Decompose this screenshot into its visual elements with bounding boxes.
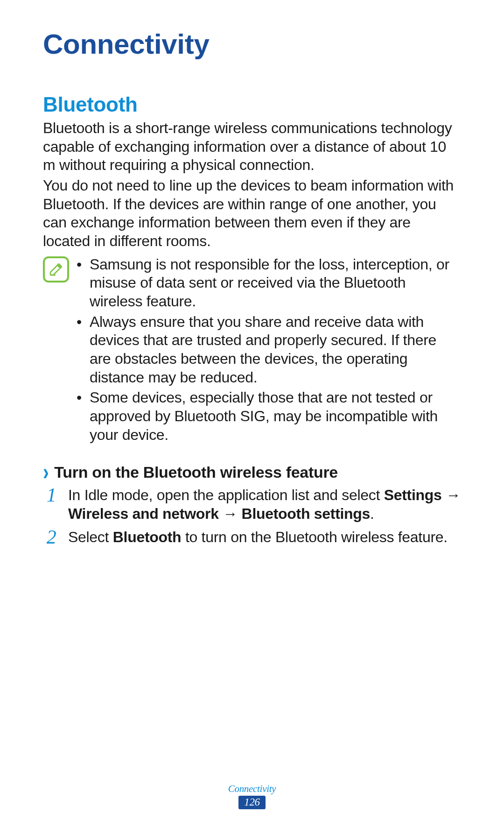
- subsection-heading-row: › Turn on the Bluetooth wireless feature: [43, 463, 461, 481]
- step-2-body: Select Bluetooth to turn on the Bluetoot…: [68, 528, 461, 547]
- chevron-right-icon: ›: [43, 460, 49, 483]
- note-item-3: Some devices, especially those that are …: [76, 389, 461, 444]
- body-paragraph-1: Bluetooth is a short-range wireless comm…: [43, 119, 461, 175]
- step-1-arrow-2: →: [219, 505, 242, 522]
- subsection-turn-on-bluetooth: › Turn on the Bluetooth wireless feature…: [43, 463, 461, 546]
- step-2-text-c: to turn on the Bluetooth wireless featur…: [181, 529, 448, 545]
- step-1-period: .: [370, 505, 374, 522]
- page-footer: Connectivity 126: [0, 783, 504, 809]
- step-2: 2 Select Bluetooth to turn on the Blueto…: [43, 528, 461, 547]
- note-block: Samsung is not responsible for the loss,…: [43, 255, 461, 446]
- page-title: Connectivity: [43, 28, 461, 60]
- step-1-bold-bt-settings: Bluetooth settings: [242, 505, 370, 522]
- note-icon: [43, 256, 69, 283]
- step-1-body: In Idle mode, open the application list …: [68, 486, 461, 523]
- step-1-text-a: In Idle mode, open the application list …: [68, 487, 384, 503]
- footer-section-label: Connectivity: [0, 783, 504, 795]
- step-1-bold-wireless: Wireless and network: [68, 505, 219, 522]
- step-1-arrow-1: →: [442, 487, 461, 503]
- subsection-heading: Turn on the Bluetooth wireless feature: [54, 463, 338, 481]
- body-paragraph-2: You do not need to line up the devices t…: [43, 177, 461, 251]
- step-number-2: 2: [43, 528, 60, 547]
- step-2-bold-bluetooth: Bluetooth: [113, 529, 182, 545]
- note-list: Samsung is not responsible for the loss,…: [76, 255, 461, 446]
- step-number-1: 1: [43, 486, 60, 505]
- note-item-1: Samsung is not responsible for the loss,…: [76, 255, 461, 311]
- step-2-text-a: Select: [68, 529, 113, 545]
- page-number-badge: 126: [238, 796, 266, 809]
- step-1-bold-settings: Settings: [384, 487, 442, 503]
- note-item-2: Always ensure that you share and receive…: [76, 313, 461, 387]
- step-1: 1 In Idle mode, open the application lis…: [43, 486, 461, 523]
- pencil-note-icon: [48, 261, 64, 278]
- page: Connectivity Bluetooth Bluetooth is a sh…: [0, 0, 504, 827]
- section-heading-bluetooth: Bluetooth: [43, 93, 461, 116]
